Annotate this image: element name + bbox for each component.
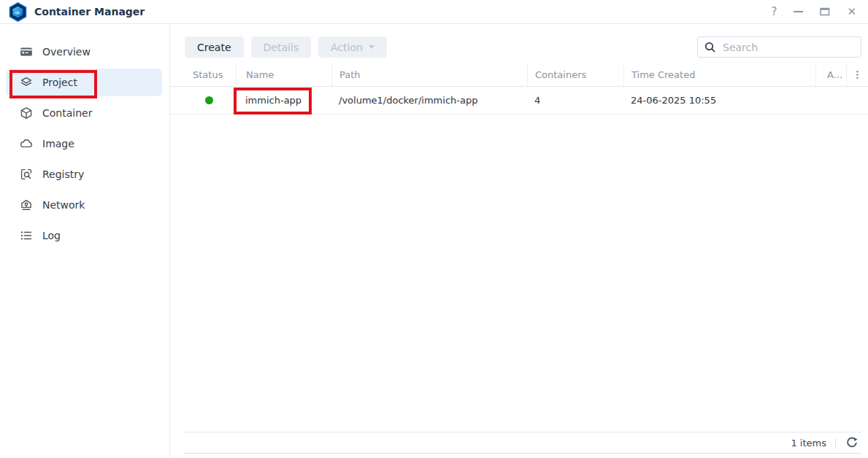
column-header-time-created[interactable]: Time Created <box>623 63 815 86</box>
status-running-dot <box>205 96 213 104</box>
registry-search-icon <box>20 168 33 181</box>
cloud-icon <box>20 137 33 150</box>
column-header-containers[interactable]: Containers <box>527 63 623 86</box>
title-bar: Container Manager ? ✕ <box>0 0 868 24</box>
sidebar-item-label: Image <box>42 138 74 150</box>
refresh-button[interactable] <box>845 435 859 450</box>
action-dropdown-button[interactable]: Action <box>318 36 387 58</box>
empty-area <box>170 114 868 432</box>
container-manager-logo-icon <box>9 2 27 22</box>
sidebar-item-label: Container <box>42 107 92 119</box>
sidebar-item-image[interactable]: Image <box>6 130 162 158</box>
search-box[interactable] <box>697 36 861 58</box>
sidebar-item-overview[interactable]: Overview <box>6 38 162 66</box>
window-controls: ? ✕ <box>771 5 856 18</box>
table-header: Status Name Path Containers Time Created… <box>170 63 868 87</box>
sidebar-item-network[interactable]: Network <box>6 191 162 219</box>
status-cell <box>170 87 236 114</box>
sidebar-item-log[interactable]: Log <box>6 222 162 249</box>
toolbar: Create Details Action <box>170 24 868 63</box>
maximize-button[interactable] <box>820 7 830 16</box>
column-header-name[interactable]: Name <box>236 63 331 86</box>
items-count: 1 items <box>791 438 826 449</box>
sidebar-item-label: Overview <box>42 46 91 58</box>
sidebar-item-label: Project <box>42 77 77 88</box>
cube-icon <box>20 106 33 120</box>
name-cell: immich-app <box>236 87 331 114</box>
column-settings-button[interactable] <box>846 63 867 86</box>
chevron-down-icon <box>369 45 375 49</box>
vertical-ellipsis-icon <box>853 70 862 79</box>
close-button[interactable]: ✕ <box>847 5 856 18</box>
sidebar-item-registry[interactable]: Registry <box>6 160 162 188</box>
menu-cell <box>846 87 867 114</box>
sidebar-item-label: Log <box>42 230 61 241</box>
app-title: Container Manager <box>34 6 145 18</box>
search-icon <box>704 41 716 53</box>
sidebar: Overview Project Container <box>0 24 170 457</box>
column-header-action-truncated[interactable]: A... <box>815 63 846 86</box>
table-row[interactable]: immich-app /volume1/docker/immich-app 4 … <box>170 87 868 114</box>
sidebar-item-label: Registry <box>42 168 84 180</box>
help-button[interactable]: ? <box>771 5 777 18</box>
create-button[interactable]: Create <box>185 36 244 58</box>
time-created-cell: 24-06-2025 10:55 <box>623 87 815 114</box>
sidebar-item-label: Network <box>42 199 85 211</box>
log-list-icon <box>20 229 33 242</box>
path-cell: /volume1/docker/immich-app <box>331 87 527 114</box>
column-header-path[interactable]: Path <box>331 63 527 86</box>
layers-icon <box>20 76 33 89</box>
minimize-icon <box>794 11 803 12</box>
containers-cell: 4 <box>527 87 623 114</box>
network-hub-icon <box>20 198 33 211</box>
main-panel: Create Details Action Status Name Path C… <box>170 24 868 457</box>
column-header-status[interactable]: Status <box>170 63 236 86</box>
search-input[interactable] <box>721 41 855 54</box>
sidebar-item-project[interactable]: Project <box>6 69 162 96</box>
action-dropdown-label: Action <box>331 42 363 53</box>
overview-card-icon <box>20 45 33 58</box>
maximize-icon <box>820 7 830 16</box>
footer: 1 items <box>184 432 861 454</box>
action-cell <box>815 87 846 114</box>
refresh-icon <box>846 437 858 449</box>
footer-divider <box>835 437 836 449</box>
minimize-button[interactable] <box>794 11 803 12</box>
sidebar-item-container[interactable]: Container <box>6 99 162 127</box>
details-button[interactable]: Details <box>251 36 312 58</box>
